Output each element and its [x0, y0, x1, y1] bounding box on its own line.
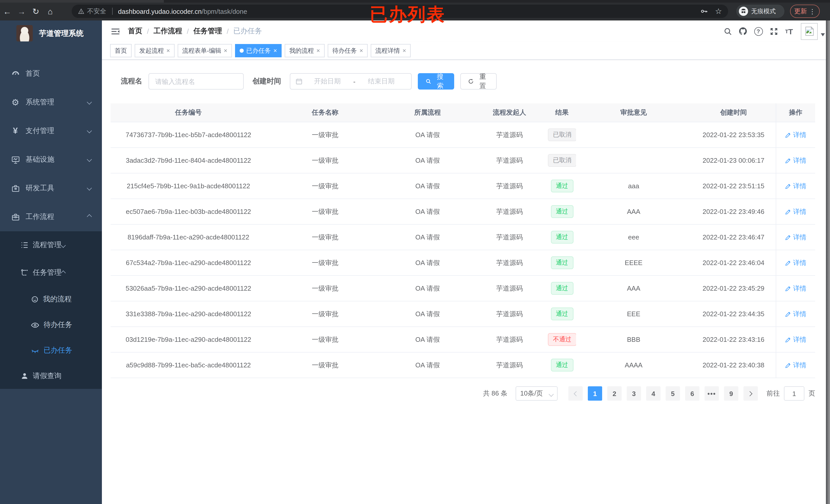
- chevron-left-icon: [574, 391, 579, 396]
- browser-forward-icon[interactable]: →: [14, 5, 29, 18]
- sidebar-item-infra[interactable]: 基础设施: [0, 145, 102, 174]
- workflow-submenu: 流程管理 任务管理 我的流程: [0, 231, 102, 389]
- toolbox-icon: [9, 184, 22, 193]
- help-icon[interactable]: ?: [751, 21, 766, 42]
- detail-button[interactable]: 详情: [785, 233, 806, 242]
- page-button[interactable]: 2: [607, 386, 621, 401]
- tab-process-form-edit[interactable]: 流程表单-编辑×: [178, 44, 232, 57]
- sidebar-item-payment[interactable]: ¥ 支付管理: [0, 117, 102, 145]
- status-badge: 通过: [551, 205, 573, 218]
- detail-button[interactable]: 详情: [785, 361, 806, 370]
- browser-update-button[interactable]: 更新 ⋮: [790, 5, 820, 18]
- detail-button[interactable]: 详情: [785, 207, 806, 216]
- app-title: 芋道管理系统: [39, 28, 84, 38]
- page-button[interactable]: 1: [588, 386, 602, 401]
- sidebar-item-todo-task[interactable]: 待办任务: [0, 312, 102, 338]
- font-size-icon[interactable]: TT: [781, 21, 797, 42]
- sidebar-item-my-process[interactable]: 我的流程: [0, 287, 102, 312]
- sidebar-item-label: 支付管理: [26, 126, 54, 136]
- page-size-select[interactable]: 10条/页: [516, 386, 557, 401]
- page-button[interactable]: 4: [646, 386, 661, 401]
- detail-button[interactable]: 详情: [785, 258, 806, 267]
- window-scrollbar[interactable]: [826, 21, 830, 504]
- sidebar-fold-icon[interactable]: [109, 26, 121, 37]
- page-button[interactable]: 9: [724, 386, 738, 401]
- app-logo[interactable]: 芋道管理系统: [0, 21, 102, 46]
- breadcrumb-task-mgmt[interactable]: 任务管理: [194, 27, 222, 36]
- close-icon[interactable]: ×: [274, 47, 277, 54]
- calendar-icon: [295, 78, 302, 85]
- close-icon[interactable]: ×: [224, 47, 227, 54]
- github-icon[interactable]: [735, 21, 751, 42]
- detail-button[interactable]: 详情: [785, 309, 806, 318]
- tab-home[interactable]: 首页: [110, 44, 132, 57]
- close-icon[interactable]: ×: [166, 47, 170, 54]
- goto-page-input[interactable]: [784, 386, 804, 401]
- total-count: 共 86 条: [483, 389, 507, 398]
- sidebar-item-done-task[interactable]: 已办任务: [0, 338, 102, 363]
- url-host: dashboard.yudao.iocoder.cn: [118, 7, 202, 15]
- breadcrumb-home[interactable]: 首页: [128, 27, 142, 36]
- detail-button[interactable]: 详情: [785, 156, 806, 165]
- browser-home-icon[interactable]: ⌂: [43, 5, 57, 18]
- sidebar-item-devtools[interactable]: 研发工具: [0, 174, 102, 203]
- close-icon[interactable]: ×: [403, 47, 406, 54]
- fullscreen-icon[interactable]: [766, 21, 781, 42]
- reset-button[interactable]: 重置: [460, 73, 497, 90]
- detail-button[interactable]: 详情: [785, 284, 806, 293]
- table-row: 3adac3d2-7b9d-11ec-8404-acde48001122一级审批…: [110, 148, 815, 173]
- breadcrumb-workflow[interactable]: 工作流程: [154, 27, 182, 36]
- sidebar-item-task-mgmt[interactable]: 任务管理: [0, 259, 102, 287]
- sidebar-item-system[interactable]: ⚙ 系统管理: [0, 88, 102, 117]
- status-badge: 通过: [551, 231, 573, 243]
- search-icon[interactable]: [720, 21, 735, 42]
- process-name-label: 流程名: [121, 77, 142, 86]
- page-unit-label: 页: [808, 389, 815, 398]
- sidebar-item-workflow[interactable]: 工作流程: [0, 203, 102, 231]
- browser-reload-icon[interactable]: ↻: [29, 5, 43, 18]
- browser-menu-icon[interactable]: ⋮: [809, 7, 816, 15]
- sidebar-item-label: 基础设施: [26, 155, 54, 164]
- status-badge: 通过: [551, 359, 573, 371]
- sidebar-item-leave-query[interactable]: 请假查询: [0, 363, 102, 389]
- screen: ← → ↻ ⌂ 不安全 dashboard.yudao.iocoder.cn/b…: [0, 0, 830, 504]
- search-button[interactable]: 搜索: [418, 73, 454, 90]
- process-name-input[interactable]: [149, 73, 244, 90]
- edit-icon: [785, 260, 791, 266]
- page-button[interactable]: 6: [685, 386, 699, 401]
- sidebar-item-process-mgmt[interactable]: 流程管理: [0, 231, 102, 259]
- avatar-caret-icon[interactable]: [821, 33, 825, 36]
- close-icon[interactable]: ×: [316, 47, 320, 54]
- tab-start-process[interactable]: 发起流程×: [135, 44, 174, 57]
- more-pages-button[interactable]: •••: [705, 386, 719, 401]
- tab-my-process[interactable]: 我的流程×: [285, 44, 325, 57]
- next-page-button[interactable]: [743, 386, 758, 401]
- eye-open-icon: [31, 321, 39, 329]
- prev-page-button[interactable]: [568, 386, 583, 401]
- status-badge: 通过: [551, 179, 573, 192]
- bookmark-star-icon[interactable]: ☆: [715, 7, 722, 16]
- sidebar-item-label: 待办任务: [43, 320, 72, 330]
- sidebar-item-label: 首页: [26, 69, 40, 78]
- page-button[interactable]: 3: [627, 386, 641, 401]
- tab-done-task[interactable]: 已办任务×: [235, 44, 282, 57]
- sidebar-item-label: 流程管理: [33, 240, 61, 250]
- range-separator: -: [353, 77, 356, 85]
- detail-button[interactable]: 详情: [785, 181, 806, 191]
- close-icon[interactable]: ×: [359, 47, 363, 54]
- date-range-picker[interactable]: 开始日期 - 结束日期: [290, 73, 412, 90]
- detail-button[interactable]: 详情: [785, 130, 806, 139]
- status-badge: 通过: [551, 256, 573, 269]
- detail-button[interactable]: 详情: [785, 335, 806, 344]
- col-opinion: 审批意见: [576, 108, 691, 117]
- status-badge: 已取消: [548, 128, 576, 141]
- table-row: ec507ae6-7b9a-11ec-b03b-acde48001122一级审批…: [110, 199, 815, 225]
- password-key-icon[interactable]: [700, 7, 708, 15]
- sidebar-item-home[interactable]: 首页: [0, 59, 102, 88]
- browser-back-icon[interactable]: ←: [0, 5, 14, 18]
- page-button[interactable]: 5: [666, 386, 680, 401]
- tab-todo-task[interactable]: 待办任务×: [328, 44, 368, 57]
- tab-process-detail[interactable]: 流程详情×: [371, 44, 411, 57]
- edit-icon: [785, 234, 791, 240]
- avatar[interactable]: [801, 23, 818, 40]
